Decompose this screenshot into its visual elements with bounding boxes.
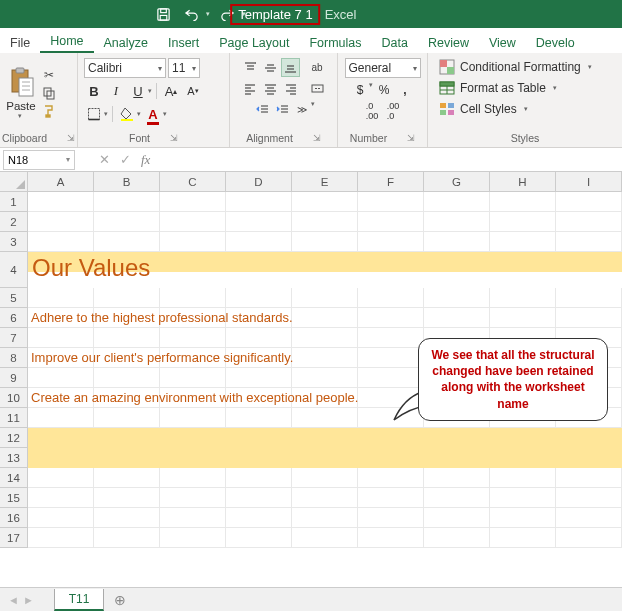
row-header[interactable]: 7 xyxy=(0,328,28,348)
column-headers[interactable]: A B C D E F G H I xyxy=(28,172,622,192)
wrap-text-icon[interactable]: ab xyxy=(308,58,327,77)
col-header[interactable]: F xyxy=(358,172,424,192)
row-header[interactable]: 4 xyxy=(0,252,28,288)
tab-review[interactable]: Review xyxy=(418,32,479,53)
row-header[interactable]: 11 xyxy=(0,408,28,428)
underline-button[interactable]: U xyxy=(128,81,148,101)
col-header[interactable]: C xyxy=(160,172,226,192)
col-header[interactable]: A xyxy=(28,172,94,192)
align-top-icon[interactable] xyxy=(241,58,260,77)
copy-icon[interactable] xyxy=(40,85,58,101)
sheet-tab[interactable]: T11 xyxy=(54,589,105,611)
cut-icon[interactable]: ✂ xyxy=(40,67,58,83)
paste-dropdown-icon[interactable]: ▾ xyxy=(18,112,22,120)
row-header[interactable]: 8 xyxy=(0,348,28,368)
grid-row[interactable]: 5 xyxy=(0,288,622,308)
alignment-dialog-icon[interactable]: ⇲ xyxy=(313,133,321,143)
cell-styles-button[interactable]: Cell Styles▾ xyxy=(436,99,531,119)
grid-row[interactable]: 3 xyxy=(0,232,622,252)
grid-row[interactable]: 6Adhere to the highest professional stan… xyxy=(0,308,622,328)
align-right-icon[interactable] xyxy=(281,79,300,98)
paste-button[interactable]: Paste ▾ xyxy=(4,66,38,120)
formula-input[interactable] xyxy=(154,150,622,170)
col-header[interactable]: D xyxy=(226,172,292,192)
currency-icon[interactable]: $ xyxy=(350,81,370,99)
grid-row[interactable]: 14 xyxy=(0,468,622,488)
fill-dropdown-icon[interactable]: ▾ xyxy=(137,110,141,118)
name-box[interactable]: N18▾ xyxy=(3,150,75,170)
clipboard-dialog-icon[interactable]: ⇲ xyxy=(67,133,75,143)
grid-row[interactable]: 16 xyxy=(0,508,622,528)
comma-icon[interactable]: , xyxy=(395,81,415,99)
orientation-dropdown-icon[interactable]: ▾ xyxy=(311,100,315,119)
row-header[interactable]: 13 xyxy=(0,448,28,468)
row-header[interactable]: 9 xyxy=(0,368,28,388)
tab-insert[interactable]: Insert xyxy=(158,32,209,53)
enter-formula-icon[interactable]: ✓ xyxy=(120,152,131,167)
row-header[interactable]: 5 xyxy=(0,288,28,308)
tab-file[interactable]: File xyxy=(0,32,40,53)
tab-formulas[interactable]: Formulas xyxy=(299,32,371,53)
grid-row[interactable]: 4Our Values xyxy=(0,252,622,288)
row-header[interactable]: 1 xyxy=(0,192,28,212)
align-left-icon[interactable] xyxy=(241,79,260,98)
row-header[interactable]: 15 xyxy=(0,488,28,508)
decrease-font-icon[interactable]: A▾ xyxy=(183,81,203,101)
border-icon[interactable] xyxy=(84,104,104,124)
cancel-formula-icon[interactable]: ✕ xyxy=(99,152,110,167)
underline-dropdown-icon[interactable]: ▾ xyxy=(148,87,152,95)
add-sheet-icon[interactable]: ⊕ xyxy=(114,592,126,608)
align-middle-icon[interactable] xyxy=(261,58,280,77)
grid-row[interactable]: 2 xyxy=(0,212,622,232)
decrease-indent-icon[interactable] xyxy=(253,100,272,119)
font-dialog-icon[interactable]: ⇲ xyxy=(170,133,178,143)
grid-row[interactable]: 1 xyxy=(0,192,622,212)
grid-row[interactable]: 17 xyxy=(0,528,622,548)
bold-button[interactable]: B xyxy=(84,81,104,101)
increase-decimal-icon[interactable]: .0.00 xyxy=(362,102,382,120)
currency-dropdown-icon[interactable]: ▾ xyxy=(369,81,373,99)
tab-view[interactable]: View xyxy=(479,32,526,53)
border-dropdown-icon[interactable]: ▾ xyxy=(104,110,108,118)
tab-developer[interactable]: Develo xyxy=(526,32,585,53)
row-header[interactable]: 16 xyxy=(0,508,28,528)
row-header[interactable]: 3 xyxy=(0,232,28,252)
increase-indent-icon[interactable] xyxy=(273,100,292,119)
row-header[interactable]: 10 xyxy=(0,388,28,408)
tab-page-layout[interactable]: Page Layout xyxy=(209,32,299,53)
increase-font-icon[interactable]: A▴ xyxy=(161,81,181,101)
select-all-button[interactable] xyxy=(0,172,28,192)
font-size-combo[interactable]: 11▾ xyxy=(168,58,200,78)
undo-dropdown-icon[interactable]: ▾ xyxy=(206,10,210,18)
number-format-combo[interactable]: General▾ xyxy=(345,58,421,78)
format-as-table-button[interactable]: Format as Table▾ xyxy=(436,78,560,98)
grid-row[interactable]: 15 xyxy=(0,488,622,508)
row-header[interactable]: 14 xyxy=(0,468,28,488)
percent-icon[interactable]: % xyxy=(374,81,394,99)
col-header[interactable]: I xyxy=(556,172,622,192)
font-color-dropdown-icon[interactable]: ▾ xyxy=(163,110,167,118)
orientation-icon[interactable]: ≫ xyxy=(293,100,312,119)
col-header[interactable]: E xyxy=(292,172,358,192)
save-icon[interactable] xyxy=(152,3,174,25)
italic-button[interactable]: I xyxy=(106,81,126,101)
fx-icon[interactable]: fx xyxy=(141,152,150,168)
conditional-formatting-button[interactable]: Conditional Formatting▾ xyxy=(436,57,595,77)
merge-icon[interactable] xyxy=(308,79,327,98)
tab-data[interactable]: Data xyxy=(372,32,418,53)
format-painter-icon[interactable] xyxy=(40,103,58,119)
col-header[interactable]: B xyxy=(94,172,160,192)
prev-sheet-icon[interactable]: ◄ xyxy=(8,594,19,606)
undo-icon[interactable] xyxy=(180,3,202,25)
font-name-combo[interactable]: Calibri▾ xyxy=(84,58,166,78)
row-header[interactable]: 17 xyxy=(0,528,28,548)
tab-analyze[interactable]: Analyze xyxy=(94,32,158,53)
font-color-icon[interactable]: A xyxy=(143,104,163,124)
col-header[interactable]: G xyxy=(424,172,490,192)
align-bottom-icon[interactable] xyxy=(281,58,300,77)
tab-home[interactable]: Home xyxy=(40,30,93,53)
next-sheet-icon[interactable]: ► xyxy=(23,594,34,606)
grid-row[interactable]: 13 xyxy=(0,448,622,468)
col-header[interactable]: H xyxy=(490,172,556,192)
row-header[interactable]: 6 xyxy=(0,308,28,328)
